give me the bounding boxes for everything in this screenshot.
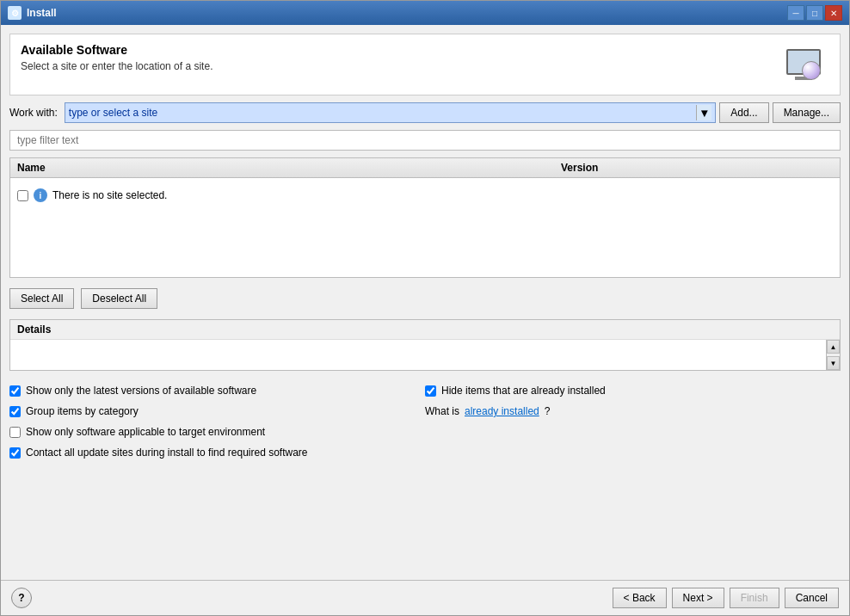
option-show-applicable: Show only software applicable to target …: [9, 426, 841, 438]
scroll-down-button[interactable]: ▼: [827, 356, 840, 370]
show-latest-checkbox[interactable]: [9, 385, 21, 397]
info-icon: i: [34, 188, 47, 202]
software-table: Name Version i There is no site selected…: [9, 157, 841, 278]
options-row-3: Show only software applicable to target …: [9, 426, 841, 441]
no-site-row: i There is no site selected.: [17, 185, 833, 206]
finish-button[interactable]: Finish: [730, 588, 779, 608]
option-what-is-installed: What is already installed ?: [425, 405, 841, 417]
manage-button[interactable]: Manage...: [773, 102, 841, 123]
option-left-3: Show only software applicable to target …: [9, 426, 841, 441]
option-right-1: Hide items that are already installed: [425, 385, 841, 400]
table-body: i There is no site selected.: [10, 178, 840, 277]
option-right-2: What is already installed ?: [425, 405, 841, 421]
back-button[interactable]: < Back: [613, 588, 667, 608]
details-section: Details ▲ ▼: [9, 319, 841, 371]
maximize-button[interactable]: □: [806, 5, 823, 21]
install-window: ⚙ Install ─ □ ✕ Available Software Selec…: [0, 0, 850, 616]
option-left-1: Show only the latest versions of availab…: [9, 385, 425, 400]
scroll-up-button[interactable]: ▲: [827, 340, 840, 354]
option-left-4: Contact all update sites during install …: [9, 447, 841, 462]
option-hide-installed: Hide items that are already installed: [425, 385, 841, 397]
options-section: Show only the latest versions of availab…: [9, 378, 841, 469]
show-applicable-label: Show only software applicable to target …: [26, 426, 265, 438]
bottom-bar: ? < Back Next > Finish Cancel: [1, 580, 849, 615]
header-icon: [778, 43, 829, 86]
page-title: Available Software: [21, 43, 212, 57]
window-title: Install: [27, 7, 57, 19]
monitor-icon: [786, 49, 821, 80]
bottom-left: ?: [11, 588, 32, 608]
hide-installed-label: Hide items that are already installed: [441, 385, 606, 397]
column-version: Version: [561, 162, 833, 174]
contact-update-sites-checkbox[interactable]: [9, 447, 21, 459]
no-site-checkbox[interactable]: [17, 190, 28, 201]
cd-icon: [802, 61, 821, 80]
close-button[interactable]: ✕: [825, 5, 842, 21]
no-site-message: There is no site selected.: [52, 189, 167, 201]
details-content: ▲ ▼: [10, 340, 840, 370]
group-category-label: Group items by category: [26, 405, 139, 417]
next-button[interactable]: Next >: [672, 588, 724, 608]
what-is-text: What is: [425, 405, 459, 417]
header-text: Available Software Select a site or ente…: [21, 43, 212, 72]
site-dropdown-button[interactable]: ▼: [696, 105, 711, 120]
option-contact-update-sites: Contact all update sites during install …: [9, 447, 841, 459]
option-group-category: Group items by category: [9, 405, 425, 417]
no-site-checkbox-item: [17, 190, 28, 201]
contact-update-sites-label: Contact all update sites during install …: [26, 447, 308, 459]
add-button[interactable]: Add...: [719, 102, 768, 123]
option-left-2: Group items by category: [9, 405, 425, 421]
help-button[interactable]: ?: [11, 588, 32, 608]
title-bar: ⚙ Install ─ □ ✕: [1, 1, 849, 25]
option-show-latest: Show only the latest versions of availab…: [9, 385, 425, 397]
options-row-4: Contact all update sites during install …: [9, 447, 841, 462]
window-icon: ⚙: [8, 6, 22, 20]
title-bar-left: ⚙ Install: [8, 6, 57, 20]
work-with-label: Work with:: [9, 107, 58, 119]
main-content: Available Software Select a site or ente…: [1, 25, 849, 580]
show-latest-label: Show only the latest versions of availab…: [26, 385, 256, 397]
title-bar-controls: ─ □ ✕: [787, 5, 842, 21]
work-with-row: Work with: ▼ Add... Manage...: [9, 102, 841, 123]
group-category-checkbox[interactable]: [9, 406, 21, 417]
select-buttons: Select All Deselect All: [9, 285, 841, 312]
filter-input[interactable]: [9, 130, 841, 151]
site-input-wrapper[interactable]: ▼: [65, 102, 716, 123]
column-name: Name: [17, 162, 561, 174]
minimize-button[interactable]: ─: [787, 5, 804, 21]
options-row-1: Show only the latest versions of availab…: [9, 385, 841, 400]
header-section: Available Software Select a site or ente…: [9, 34, 841, 95]
hide-installed-checkbox[interactable]: [425, 385, 436, 397]
options-row-2: Group items by category What is already …: [9, 405, 841, 421]
bottom-right: < Back Next > Finish Cancel: [613, 588, 839, 608]
already-installed-link[interactable]: already installed: [465, 405, 539, 417]
details-scrollbar: ▲ ▼: [826, 340, 840, 370]
show-applicable-checkbox[interactable]: [9, 427, 21, 438]
deselect-all-button[interactable]: Deselect All: [81, 288, 157, 309]
site-input-container: ▼ Add... Manage...: [65, 102, 841, 123]
table-header: Name Version: [10, 158, 840, 178]
cancel-button[interactable]: Cancel: [785, 588, 839, 608]
select-all-button[interactable]: Select All: [9, 288, 74, 309]
site-input[interactable]: [69, 107, 696, 119]
what-is-suffix: ?: [545, 405, 551, 417]
spacer: [9, 476, 841, 571]
page-subtitle: Select a site or enter the location of a…: [21, 60, 212, 72]
details-header: Details: [10, 320, 840, 340]
